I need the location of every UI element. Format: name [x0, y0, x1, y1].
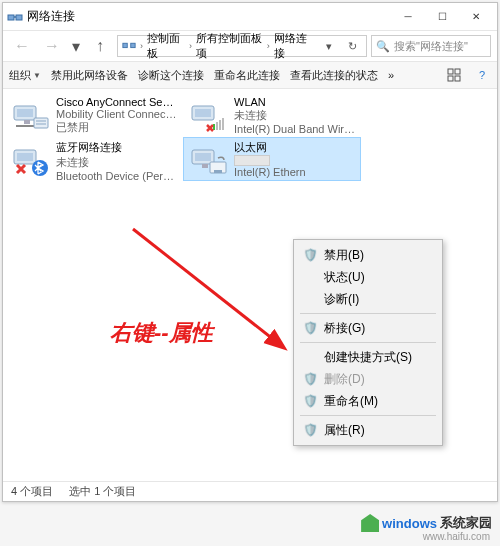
view-options-button[interactable] — [445, 66, 463, 84]
ctx-diagnose[interactable]: 诊断(I) — [296, 288, 440, 310]
svg-rect-10 — [17, 109, 33, 117]
annotation-arrow — [123, 219, 303, 399]
window-title: 网络连接 — [27, 8, 391, 25]
recent-dropdown[interactable]: ▾ — [69, 34, 83, 58]
svg-rect-25 — [17, 153, 33, 161]
minimize-button[interactable]: ─ — [391, 6, 425, 28]
svg-rect-29 — [202, 164, 208, 168]
maximize-button[interactable]: ☐ — [425, 6, 459, 28]
shield-icon: 🛡️ — [302, 321, 318, 335]
disable-device-button[interactable]: 禁用此网络设备 — [51, 68, 128, 83]
ctx-create-shortcut[interactable]: 创建快捷方式(S) — [296, 346, 440, 368]
item-status: 未连接 — [234, 108, 356, 123]
svg-line-32 — [133, 229, 283, 347]
diagnose-button[interactable]: 诊断这个连接 — [138, 68, 204, 83]
connection-item-wlan[interactable]: WLAN 未连接 Intel(R) Dual Band Wireless-A..… — [183, 93, 361, 137]
separator — [300, 313, 436, 314]
view-status-button[interactable]: 查看此连接的状态 — [290, 68, 378, 83]
connections-list: Cisco AnyConnect Secure Mobility Client … — [3, 89, 497, 185]
search-placeholder: 搜索"网络连接" — [394, 39, 468, 54]
crumb-network-connections[interactable]: 网络连接 — [274, 31, 312, 61]
context-menu: 🛡️ 禁用(B) 状态(U) 诊断(I) 🛡️ 桥接(G) 创建快捷方式(S) … — [293, 239, 443, 446]
separator — [300, 415, 436, 416]
close-button[interactable]: ✕ — [459, 6, 493, 28]
search-icon: 🔍 — [376, 40, 390, 53]
item-status — [234, 155, 270, 166]
ctx-delete: 🛡️ 删除(D) — [296, 368, 440, 390]
svg-rect-5 — [448, 69, 453, 74]
organize-menu[interactable]: 组织▼ — [9, 68, 41, 83]
item-title: 以太网 — [234, 140, 356, 155]
rename-connection-button[interactable]: 重命名此连接 — [214, 68, 280, 83]
item-title: WLAN — [234, 96, 356, 108]
watermark-logo-icon — [361, 514, 379, 532]
item-device: Intel(R) Ethern — [234, 166, 356, 178]
item-title: Cisco AnyConnect Secure — [56, 96, 178, 108]
refresh-icon[interactable]: ↻ — [343, 40, 362, 53]
ctx-properties[interactable]: 🛡️ 属性(R) — [296, 419, 440, 441]
content-area: Cisco AnyConnect Secure Mobility Client … — [3, 89, 497, 481]
status-selected-count: 选中 1 个项目 — [69, 484, 136, 499]
bluetooth-adapter-icon — [10, 140, 50, 180]
svg-rect-31 — [214, 170, 222, 173]
crumb-control-panel[interactable]: 控制面板 — [147, 31, 185, 61]
watermark-url: www.haifu.com — [423, 531, 490, 542]
shield-icon: 🛡️ — [302, 372, 318, 386]
shield-icon: 🛡️ — [302, 248, 318, 262]
crumb-sep-icon: › — [140, 41, 143, 51]
forward-button[interactable]: → — [39, 34, 65, 58]
svg-rect-22 — [222, 118, 224, 130]
window-controls: ─ ☐ ✕ — [391, 6, 493, 28]
watermark-text2: 系统家园 — [440, 514, 492, 532]
title-bar-icon — [7, 9, 23, 25]
status-item-count: 4 个项目 — [11, 484, 53, 499]
search-input[interactable]: 🔍 搜索"网络连接" — [371, 35, 491, 57]
item-device: Bluetooth Device (Personal Ar... — [56, 170, 178, 182]
svg-rect-21 — [219, 120, 221, 130]
address-icon — [122, 38, 136, 54]
svg-rect-4 — [131, 43, 135, 47]
svg-rect-13 — [34, 118, 48, 128]
item-status: 已禁用 — [56, 120, 178, 135]
shield-icon: 🛡️ — [302, 394, 318, 408]
wlan-adapter-icon — [188, 96, 228, 136]
up-button[interactable]: ↑ — [87, 34, 113, 58]
back-button[interactable]: ← — [9, 34, 35, 58]
watermark: windows系统家园 — [361, 514, 492, 532]
svg-rect-0 — [8, 15, 14, 20]
watermark-text1: windows — [382, 516, 437, 531]
ctx-status[interactable]: 状态(U) — [296, 266, 440, 288]
svg-rect-8 — [455, 76, 460, 81]
command-bar: 组织▼ 禁用此网络设备 诊断这个连接 重命名此连接 查看此连接的状态 » ? — [3, 61, 497, 89]
separator — [300, 342, 436, 343]
svg-rect-3 — [123, 43, 127, 47]
ethernet-adapter-icon — [188, 140, 228, 180]
crumb-sep-icon: › — [189, 41, 192, 51]
svg-rect-11 — [24, 120, 30, 124]
connection-item-cisco[interactable]: Cisco AnyConnect Secure Mobility Client … — [5, 93, 183, 137]
address-bar[interactable]: › 控制面板 › 所有控制面板项 › 网络连接 ▾ ↻ — [117, 35, 367, 57]
address-dropdown-icon[interactable]: ▾ — [320, 40, 339, 53]
svg-rect-17 — [195, 109, 211, 117]
status-bar: 4 个项目 选中 1 个项目 — [3, 481, 497, 501]
svg-rect-1 — [16, 15, 22, 20]
help-button[interactable]: ? — [473, 66, 491, 84]
shield-icon: 🛡️ — [302, 423, 318, 437]
overflow-button[interactable]: » — [388, 69, 394, 81]
connection-item-bluetooth[interactable]: 蓝牙网络连接 未连接 Bluetooth Device (Personal Ar… — [5, 137, 183, 181]
title-bar: 网络连接 ─ ☐ ✕ — [3, 3, 497, 31]
svg-rect-6 — [455, 69, 460, 74]
svg-rect-7 — [448, 76, 453, 81]
ctx-bridge[interactable]: 🛡️ 桥接(G) — [296, 317, 440, 339]
svg-point-26 — [32, 160, 48, 176]
ctx-rename[interactable]: 🛡️ 重命名(M) — [296, 390, 440, 412]
svg-rect-28 — [195, 153, 211, 161]
nav-bar: ← → ▾ ↑ › 控制面板 › 所有控制面板项 › 网络连接 ▾ ↻ 🔍 搜索… — [3, 31, 497, 61]
item-title: 蓝牙网络连接 — [56, 140, 178, 155]
crumb-all-items[interactable]: 所有控制面板项 — [196, 31, 263, 61]
item-status: 未连接 — [56, 155, 178, 170]
item-device: Intel(R) Dual Band Wireless-A... — [234, 123, 356, 135]
ctx-disable[interactable]: 🛡️ 禁用(B) — [296, 244, 440, 266]
connection-item-ethernet[interactable]: 以太网 Intel(R) Ethern — [183, 137, 361, 181]
crumb-sep-icon: › — [267, 41, 270, 51]
